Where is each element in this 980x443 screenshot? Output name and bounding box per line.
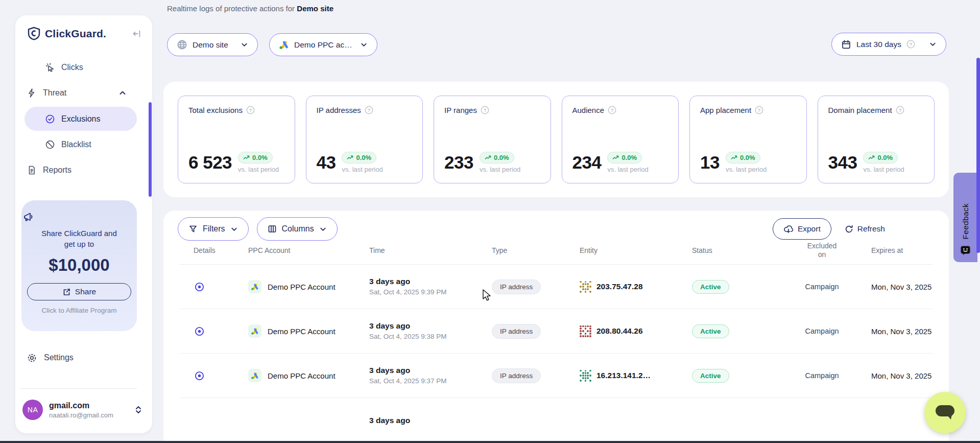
stat-caption: vs. last period bbox=[342, 166, 383, 173]
excluded-on-value: Campaign bbox=[781, 371, 863, 380]
stat-card-audience: Audience ? 234 0.0% vs. last period bbox=[562, 96, 679, 183]
status-badge: Active bbox=[692, 324, 729, 338]
sidebar-item-reports[interactable]: Reports bbox=[15, 157, 152, 183]
svg-text:?: ? bbox=[910, 41, 912, 47]
chevron-down-icon bbox=[241, 41, 248, 49]
type-badge: IP address bbox=[492, 279, 541, 294]
svg-text:?: ? bbox=[249, 107, 252, 113]
refresh-icon bbox=[845, 225, 853, 234]
stat-caption: vs. last period bbox=[607, 166, 648, 173]
excluded-on-value: Campaign bbox=[781, 283, 863, 291]
promo-amount: $10,000 bbox=[21, 255, 137, 275]
refresh-button[interactable]: Refresh bbox=[845, 224, 885, 234]
logo-row: ClickGuard. bbox=[15, 15, 152, 40]
cursor-click-icon bbox=[45, 62, 55, 73]
page-subtitle: Realtime logs of protective actions for … bbox=[167, 4, 333, 13]
cloud-download-icon bbox=[783, 225, 793, 234]
export-button[interactable]: Export bbox=[773, 218, 831, 240]
sidebar-item-threat[interactable]: Threat bbox=[15, 80, 152, 106]
table-row: Demo PPC Account 3 days agoSat, Oct 4, 2… bbox=[180, 354, 933, 398]
expires-at-value: Mon, Nov 3, 2025 bbox=[863, 283, 947, 291]
ppc-account-selector[interactable]: Demo PPC ac… bbox=[269, 33, 377, 56]
view-details-icon[interactable] bbox=[194, 326, 205, 337]
stats-panel: Total exclusions ? 6 523 0.0% vs. last p… bbox=[163, 82, 949, 197]
stat-value: 233 bbox=[444, 152, 473, 173]
google-ads-icon bbox=[248, 324, 261, 338]
entity-value: 203.75.47.28 bbox=[596, 282, 643, 291]
expires-at-value: Mon, Nov 3, 2025 bbox=[863, 371, 947, 380]
entity-identicon bbox=[580, 325, 591, 337]
stat-card-domain-placement: Domain placement ? 343 0.0% vs. last per… bbox=[818, 96, 935, 183]
megaphone-icon bbox=[21, 211, 137, 224]
help-circle-icon: ? bbox=[906, 40, 915, 49]
chevron-down-icon bbox=[929, 40, 937, 48]
feedback-tab[interactable]: Feedback bbox=[953, 173, 977, 262]
view-details-icon[interactable] bbox=[194, 282, 205, 292]
share-button[interactable]: Share bbox=[27, 283, 131, 300]
stat-label: Domain placement bbox=[828, 106, 892, 114]
affiliate-link[interactable]: Click to Affiliate Program bbox=[21, 307, 137, 314]
entity-identicon bbox=[580, 370, 591, 382]
chat-launcher-button[interactable] bbox=[924, 392, 966, 433]
stat-value: 343 bbox=[828, 152, 857, 173]
chevron-down-icon bbox=[360, 41, 368, 49]
sidebar-item-settings[interactable]: Settings bbox=[15, 345, 152, 370]
svg-text:?: ? bbox=[368, 107, 370, 113]
table-row: 3 days ago bbox=[180, 398, 933, 442]
account-name: Demo PPC Account bbox=[268, 327, 336, 336]
sidebar-item-label: Settings bbox=[44, 353, 74, 362]
brand-name: ClickGuard. bbox=[45, 28, 127, 40]
columns-icon bbox=[268, 224, 277, 234]
sidebar-item-clicks[interactable]: Clicks bbox=[15, 55, 152, 80]
sidebar-scrollbar[interactable] bbox=[149, 102, 152, 197]
feedback-chat-icon bbox=[961, 245, 970, 255]
stat-card-ip-addresses: IP addresses ? 43 0.0% vs. last period bbox=[306, 96, 423, 183]
trend-up-icon bbox=[347, 155, 353, 160]
page-scrollbar[interactable] bbox=[976, 58, 980, 253]
window-bottom-edge bbox=[0, 441, 980, 443]
stat-label: App placement bbox=[700, 106, 751, 114]
table-row: Demo PPC Account 3 days agoSat, Oct 4, 2… bbox=[180, 265, 933, 309]
time-full: Sat, Oct 4, 2025 9:39 PM bbox=[369, 287, 492, 297]
badge-check-icon bbox=[45, 114, 55, 124]
sidebar-item-blacklist[interactable]: Blacklist bbox=[15, 132, 152, 157]
col-expires-at: Expires at bbox=[863, 246, 947, 254]
subtitle-site-name: Demo site bbox=[297, 4, 333, 13]
filters-button[interactable]: Filters bbox=[178, 217, 249, 241]
col-time: Time bbox=[369, 246, 492, 254]
sidebar-item-exclusions[interactable]: Exclusions bbox=[25, 107, 137, 131]
status-badge: Active bbox=[692, 369, 729, 383]
type-badge: IP address bbox=[492, 324, 541, 339]
excluded-on-value: Campaign bbox=[781, 327, 863, 335]
svg-text:?: ? bbox=[611, 107, 613, 113]
col-status: Status bbox=[692, 246, 781, 254]
columns-button[interactable]: Columns bbox=[257, 217, 338, 241]
time-full: Sat, Oct 4, 2025 9:37 PM bbox=[369, 376, 492, 386]
col-excluded-on: Excludedon bbox=[781, 242, 863, 259]
external-link-icon bbox=[62, 288, 71, 296]
account-name: Demo PPC Account bbox=[268, 371, 336, 380]
trend-up-icon bbox=[485, 155, 491, 160]
sidebar-item-label: Blacklist bbox=[61, 140, 91, 149]
user-email: naatali.ro@gmail.com bbox=[49, 411, 113, 419]
svg-text:?: ? bbox=[484, 107, 486, 113]
help-circle-icon: ? bbox=[481, 106, 489, 114]
time-relative: 3 days ago bbox=[369, 365, 492, 376]
sidebar-collapse-icon[interactable] bbox=[132, 29, 142, 39]
date-range-value: Last 30 days bbox=[856, 40, 901, 49]
google-ads-icon bbox=[248, 280, 261, 293]
trend-up-icon bbox=[243, 155, 250, 160]
stat-value: 43 bbox=[317, 152, 336, 173]
date-range-selector[interactable]: Last 30 days ? bbox=[831, 33, 946, 56]
type-badge: IP address bbox=[492, 368, 541, 383]
document-icon bbox=[27, 165, 37, 175]
site-selector[interactable]: Demo site bbox=[167, 33, 258, 56]
site-selector-value: Demo site bbox=[193, 40, 228, 50]
help-circle-icon: ? bbox=[896, 106, 904, 114]
stat-value: 13 bbox=[700, 152, 720, 173]
view-details-icon[interactable] bbox=[194, 370, 205, 381]
google-ads-icon bbox=[279, 40, 289, 50]
user-account[interactable]: NA gmail.com naatali.ro@gmail.com bbox=[22, 400, 145, 420]
help-circle-icon: ? bbox=[608, 106, 616, 114]
sidebar-item-label: Exclusions bbox=[61, 114, 100, 124]
